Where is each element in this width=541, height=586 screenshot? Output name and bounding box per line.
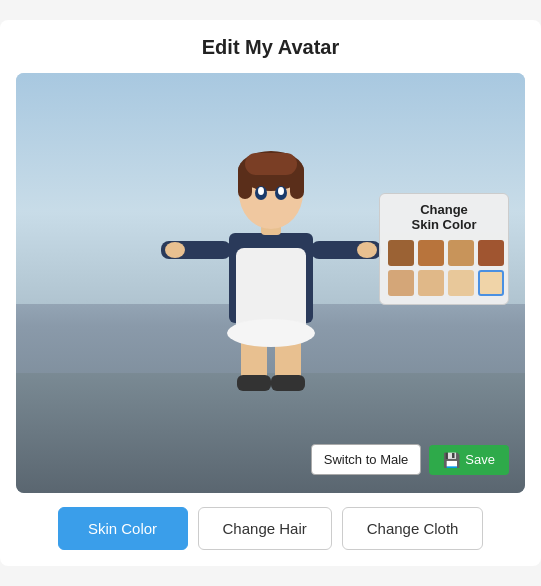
color-swatch-3[interactable] xyxy=(448,240,474,266)
svg-point-19 xyxy=(357,242,377,258)
tab-change-hair[interactable]: Change Hair xyxy=(198,507,332,550)
avatar-display xyxy=(161,133,381,433)
color-swatch-5[interactable] xyxy=(388,270,414,296)
save-icon: 💾 xyxy=(443,452,460,468)
color-swatch-7[interactable] xyxy=(448,270,474,296)
tab-change-cloth[interactable]: Change Cloth xyxy=(342,507,484,550)
color-swatch-8[interactable] xyxy=(478,270,504,296)
svg-rect-17 xyxy=(271,375,305,391)
tab-row: Skin Color Change Hair Change Cloth xyxy=(16,507,525,550)
skin-color-panel: ChangeSkin Color xyxy=(379,193,509,305)
color-grid xyxy=(388,240,500,296)
color-swatch-6[interactable] xyxy=(418,270,444,296)
action-row: Switch to Male 💾 Save xyxy=(311,444,509,475)
svg-rect-9 xyxy=(245,153,297,175)
svg-point-18 xyxy=(165,242,185,258)
save-label: Save xyxy=(465,452,495,467)
svg-point-20 xyxy=(227,319,315,347)
color-swatch-2[interactable] xyxy=(418,240,444,266)
color-swatch-1[interactable] xyxy=(388,240,414,266)
svg-point-12 xyxy=(258,187,264,195)
tab-skin-color[interactable]: Skin Color xyxy=(58,507,188,550)
page-title: Edit My Avatar xyxy=(16,36,525,59)
switch-to-male-button[interactable]: Switch to Male xyxy=(311,444,422,475)
svg-point-13 xyxy=(278,187,284,195)
color-swatch-4[interactable] xyxy=(478,240,504,266)
skin-panel-title: ChangeSkin Color xyxy=(388,202,500,232)
app-container: Edit My Avatar xyxy=(0,20,541,566)
avatar-frame: ChangeSkin Color Switch to Male 💾 Save xyxy=(16,73,525,493)
svg-rect-16 xyxy=(237,375,271,391)
save-button[interactable]: 💾 Save xyxy=(429,445,509,475)
